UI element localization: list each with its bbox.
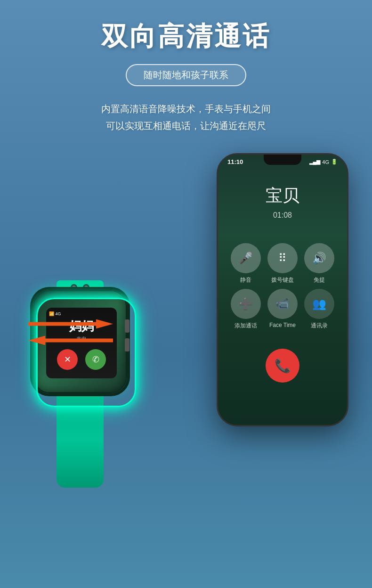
mute-btn-circle: 🎤 — [231, 243, 261, 273]
speaker-label: 免提 — [314, 276, 325, 284]
battery-icon: 🔋 — [331, 159, 338, 165]
facetime-btn-circle: 📹 — [267, 289, 298, 319]
phone-call-duration: 01:08 — [273, 211, 292, 220]
keypad-btn-circle: ⠿ — [267, 243, 298, 273]
phone-screen: 11:10 ▂▄▆ 4G 🔋 宝贝 01:08 🎤 — [218, 155, 347, 425]
page-container: 双向高清通话 随时随地和孩子联系 内置高清语音降噪技术，手表与手机之间 可以实现… — [0, 0, 372, 588]
watch-decline-button[interactable]: ✕ — [57, 349, 78, 370]
call-btn-row-1: 🎤 静音 ⠿ 拨号键盘 🔊 免提 — [227, 243, 338, 284]
arrow-left-icon — [28, 336, 113, 345]
keypad-label: 拨号键盘 — [271, 276, 294, 284]
arrow-left-container — [28, 336, 113, 345]
signal-bars: ▂▄▆ — [309, 159, 321, 165]
main-title: 双向高清通话 — [101, 19, 271, 55]
phone-status-bar: 11:10 ▂▄▆ 4G 🔋 — [218, 156, 347, 165]
arrow-right-container — [28, 319, 113, 329]
mute-label: 静音 — [240, 276, 251, 284]
watch-side-button-2[interactable] — [125, 338, 129, 351]
facetime-label: Face Time — [269, 322, 296, 328]
add-call-label: 添加通话 — [235, 322, 257, 330]
subtitle-text: 随时随地和孩子联系 — [144, 70, 228, 80]
phone-signal-icons: ▂▄▆ 4G 🔋 — [309, 159, 338, 165]
speaker-btn-circle: 🔊 — [304, 243, 334, 273]
call-btn-contacts[interactable]: 👥 通讯录 — [304, 289, 334, 330]
phone-end-call-button[interactable]: 📞 — [266, 349, 299, 383]
phone-caller-name: 宝贝 — [266, 184, 299, 207]
watch-accept-button[interactable]: ✆ — [85, 349, 106, 370]
contacts-btn-circle: 👥 — [304, 289, 334, 319]
devices-area: 📶 4G 妈妈 来电 ✕ ✆ — [0, 148, 372, 516]
call-btn-keypad[interactable]: ⠿ 拨号键盘 — [267, 243, 298, 284]
call-btn-add[interactable]: ➕ 添加通话 — [231, 289, 261, 330]
smartwatch-container: 📶 4G 妈妈 来电 ✕ ✆ — [9, 205, 151, 497]
phone-body: 11:10 ▂▄▆ 4G 🔋 宝贝 01:08 🎤 — [217, 153, 348, 426]
phone-call-buttons: 🎤 静音 ⠿ 拨号键盘 🔊 免提 — [218, 243, 347, 335]
contacts-label: 通讯录 — [311, 322, 328, 330]
subtitle-badge: 随时随地和孩子联系 — [126, 64, 246, 86]
desc-line1: 内置高清语音降噪技术，手表与手机之间 — [101, 104, 271, 114]
call-btn-facetime[interactable]: 📹 Face Time — [267, 289, 298, 330]
call-btn-speaker[interactable]: 🔊 免提 — [304, 243, 334, 284]
phone-container: 11:10 ▂▄▆ 4G 🔋 宝贝 01:08 🎤 — [217, 153, 358, 502]
description-text: 内置高清语音降噪技术，手表与手机之间 可以实现互相通电话，让沟通近在咫尺 — [101, 100, 271, 134]
arrows-container — [28, 319, 113, 345]
watch-buttons: ✕ ✆ — [57, 349, 106, 370]
call-btn-row-2: ➕ 添加通话 📹 Face Time 👥 通讯录 — [227, 289, 338, 330]
desc-line2: 可以实现互相通电话，让沟通近在咫尺 — [106, 121, 266, 131]
phone-time: 11:10 — [227, 158, 243, 165]
watch-side-button-1[interactable] — [125, 319, 129, 333]
call-btn-mute[interactable]: 🎤 静音 — [231, 243, 261, 284]
arrow-right-icon — [28, 319, 113, 329]
network-type: 4G — [322, 159, 329, 165]
watch-strap-bottom — [57, 393, 104, 488]
watch-signal: 📶 4G — [46, 311, 61, 316]
add-btn-circle: ➕ — [231, 289, 261, 319]
